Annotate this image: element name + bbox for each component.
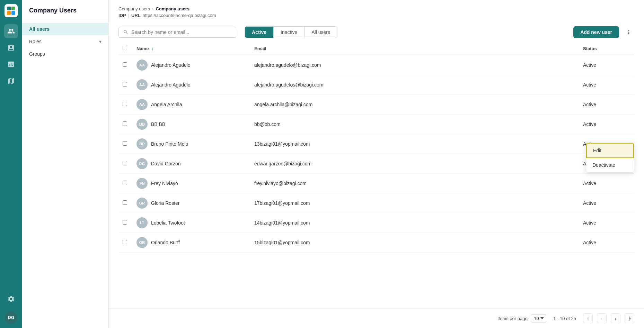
avatar: OB	[136, 237, 148, 248]
nav-icon-package[interactable]	[4, 74, 18, 88]
nav-icon-analytics[interactable]	[4, 57, 18, 71]
add-new-user-button[interactable]: Add new user	[573, 26, 619, 38]
col-name[interactable]: Name ↓	[132, 42, 250, 55]
row-checkbox[interactable]	[123, 161, 127, 165]
user-name: Orlando Burff	[151, 240, 180, 245]
row-checkbox[interactable]	[123, 121, 127, 126]
row-name-cell: BP Bruno Pinto Melo	[132, 134, 250, 154]
svg-rect-2	[7, 11, 11, 15]
sidebar-item-roles[interactable]: Roles ▾	[22, 35, 108, 48]
col-email: Email	[250, 42, 579, 55]
col-checkbox	[118, 42, 132, 55]
user-email: 13bizagi01@yopmail.com	[254, 141, 310, 147]
chevron-down-icon: ▾	[99, 39, 102, 44]
pagination-last-button[interactable]: ⟫	[625, 313, 634, 323]
nav-icon-settings[interactable]	[4, 292, 18, 306]
filter-tab-all[interactable]: All users	[305, 27, 337, 38]
table-row: BB BB BB bb@bb.com Active	[118, 115, 634, 134]
users-table: Name ↓ Email Status AA	[118, 42, 634, 253]
row-checkbox-cell	[118, 193, 132, 213]
row-checkbox[interactable]	[123, 181, 127, 185]
user-email: frey.niviayo@bizagi.com	[254, 181, 307, 186]
more-options-button[interactable]	[623, 27, 634, 38]
filter-tab-inactive[interactable]: Inactive	[274, 27, 305, 38]
pagination-first-button[interactable]: ⟪	[583, 313, 593, 323]
svg-rect-0	[7, 7, 11, 10]
row-checkbox-cell	[118, 213, 132, 233]
sidebar-item-all-users[interactable]: All users	[22, 23, 108, 35]
status-badge: Active	[583, 62, 596, 68]
table-row: BP Bruno Pinto Melo 13bizagi01@yopmail.c…	[118, 134, 634, 154]
nav-icon-users[interactable]	[4, 24, 18, 38]
search-input[interactable]	[131, 29, 232, 35]
toolbar: Active Inactive All users Add new user	[109, 22, 644, 42]
select-all-checkbox[interactable]	[123, 46, 127, 50]
row-email-cell: 15bizagi01@yopmail.com	[250, 233, 579, 253]
icon-nav: DG	[0, 0, 22, 328]
status-badge: Active	[583, 200, 596, 206]
pagination-bar: Items per page: 10 25 50 1 - 10 of 25 ⟪ …	[109, 308, 644, 328]
url-label: URL	[131, 13, 141, 18]
row-checkbox[interactable]	[123, 200, 127, 205]
table-row: DG David Garzon edwar.garzon@bizagi.com …	[118, 154, 634, 174]
row-checkbox[interactable]	[123, 240, 127, 244]
avatar: AA	[136, 79, 148, 90]
sidebar-item-groups-label: Groups	[29, 51, 45, 57]
col-status: Status	[579, 42, 634, 55]
app-logo[interactable]	[5, 4, 18, 17]
nav-icon-chart[interactable]	[4, 41, 18, 55]
col-status-label: Status	[583, 46, 597, 51]
avatar: LT	[136, 217, 148, 228]
user-name: David Garzon	[151, 161, 181, 166]
row-name-cell: AA Angela Archila	[132, 95, 250, 115]
user-email: alejandro.agudelos@bizagi.com	[254, 82, 323, 88]
nav-avatar[interactable]: DG	[5, 311, 17, 324]
row-checkbox[interactable]	[123, 141, 127, 146]
breadcrumb-parent[interactable]: Company users	[118, 6, 150, 11]
user-email: edwar.garzon@bizagi.com	[254, 161, 311, 166]
col-name-label: Name	[136, 46, 149, 51]
idp-url: https://accounts-acme-qa.bizagi.com	[143, 13, 216, 18]
row-checkbox[interactable]	[123, 82, 127, 86]
row-name-cell: GR Gloria Roster	[132, 193, 250, 213]
pagination-prev-button[interactable]: ‹	[597, 313, 607, 323]
row-checkbox[interactable]	[123, 220, 127, 225]
breadcrumb: Company users › Company users	[109, 0, 644, 11]
row-email-cell: 14bizagi01@yopmail.com	[250, 213, 579, 233]
user-email: 15bizagi01@yopmail.com	[254, 240, 310, 245]
row-name-cell: FN Frey Niviayo	[132, 174, 250, 193]
user-name: BB BB	[151, 121, 165, 127]
row-status-cell: Active	[579, 213, 634, 233]
row-checkbox-cell	[118, 75, 132, 95]
sidebar-item-groups[interactable]: Groups	[22, 48, 108, 60]
row-checkbox[interactable]	[123, 102, 127, 106]
row-checkbox-cell	[118, 115, 132, 134]
items-per-page-wrap: Items per page: 10 25 50	[497, 315, 546, 322]
search-wrap[interactable]	[118, 27, 236, 38]
row-email-cell: edwar.garzon@bizagi.com	[250, 154, 579, 174]
items-per-page-label: Items per page:	[497, 316, 529, 321]
pagination-next-button[interactable]: ›	[611, 313, 620, 323]
user-name: Alejandro Agudelo	[151, 82, 191, 88]
user-email: 17bizagi01@yopmail.com	[254, 200, 310, 206]
user-email: alejandro.agudelo@bizagi.com	[254, 62, 321, 68]
context-menu-deactivate[interactable]: Deactivate	[586, 158, 634, 172]
table-row: AA Alejandro Agudelo alejandro.agudelo@b…	[118, 55, 634, 75]
breadcrumb-separator: ›	[152, 6, 153, 11]
row-status-cell: Active	[579, 174, 634, 193]
sidebar-item-roles-label: Roles	[29, 39, 42, 44]
user-name: Frey Niviayo	[151, 181, 178, 186]
filter-tab-active[interactable]: Active	[245, 27, 274, 38]
per-page-select[interactable]: 10 25 50	[531, 315, 546, 322]
row-name-cell: BB BB BB	[132, 115, 250, 134]
context-menu-edit[interactable]: Edit	[586, 143, 634, 158]
table-header-row: Name ↓ Email Status	[118, 42, 634, 55]
table-row: FN Frey Niviayo frey.niviayo@bizagi.com …	[118, 174, 634, 193]
user-email: 14bizagi01@yopmail.com	[254, 220, 310, 226]
row-status-cell: Active	[579, 115, 634, 134]
svg-rect-1	[11, 7, 15, 10]
row-checkbox[interactable]	[123, 62, 127, 67]
row-checkbox-cell	[118, 154, 132, 174]
row-email-cell: angela.archila@bizagi.com	[250, 95, 579, 115]
sidebar: Company Users All users Roles ▾ Groups	[22, 0, 109, 328]
